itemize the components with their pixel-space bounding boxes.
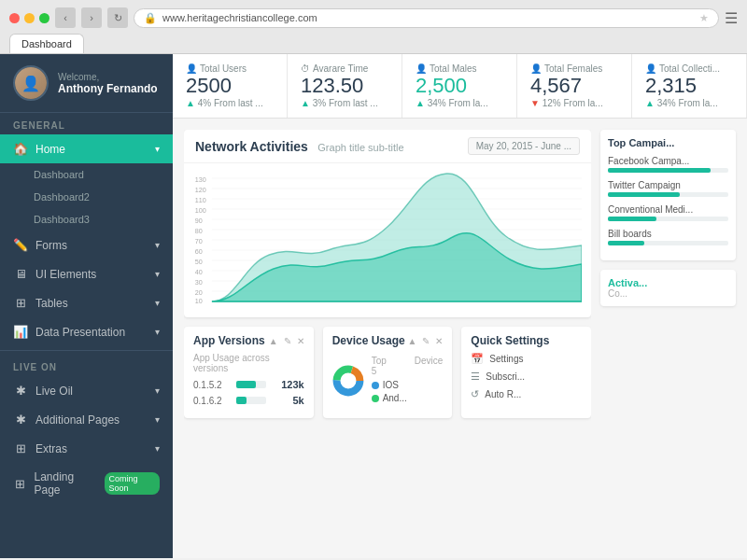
version-bar: [236, 381, 256, 388]
stat-label: 👤 Total Females: [530, 63, 618, 74]
stat-value: 2,500: [416, 76, 503, 96]
stat-total-collections: 👤 Total Collecti... 2,315 ▲ 34% From la.…: [632, 54, 747, 118]
device-col2: Device: [415, 356, 444, 376]
content-left: Network Activities Graph title sub-title…: [184, 130, 591, 547]
date-range-badge[interactable]: May 20, 2015 - June ...: [468, 137, 580, 155]
stat-change: ▲ 4% From last ...: [186, 98, 274, 108]
sidebar-item-label: Live Oil: [35, 385, 73, 398]
pages-icon: ✱: [13, 413, 28, 427]
female-icon: 👤: [530, 63, 542, 74]
sidebar-item-tables[interactable]: ⊞ Tables ▾: [0, 288, 173, 317]
sidebar-item-label: Tables: [35, 297, 68, 310]
pin-icon[interactable]: ✎: [284, 336, 291, 346]
version-label: 0.1.5.2: [193, 380, 231, 390]
stat-label: 👤 Total Collecti...: [645, 63, 733, 74]
campaign-bar: [608, 241, 644, 245]
stat-total-users: 👤 Total Users 2500 ▲ 4% From last ...: [173, 54, 288, 118]
user-name: Anthony Fernando: [58, 82, 158, 95]
campaign-bar-bg: [608, 217, 728, 221]
calendar-icon: 📅: [471, 353, 484, 365]
collection-icon: 👤: [645, 63, 656, 74]
svg-text:60: 60: [195, 247, 203, 256]
setting-row-settings[interactable]: 📅 Settings: [471, 353, 582, 365]
network-activities-card: Network Activities Graph title sub-title…: [184, 130, 591, 317]
refresh-icon: ↺: [471, 388, 479, 400]
setting-row-subscriptions[interactable]: ☰ Subscri...: [471, 371, 582, 383]
back-button[interactable]: ‹: [55, 7, 76, 28]
campaign-bar-bg: [608, 192, 728, 197]
address-text: www.heritagechristiancollege.com: [162, 12, 694, 23]
stat-change: ▼ 12% From la...: [530, 98, 618, 108]
card-action-icons: ▲ ✎ ✕: [407, 336, 443, 346]
up-icon[interactable]: ▲: [407, 336, 416, 346]
quick-settings-header: Quick Settings: [471, 334, 582, 347]
refresh-button[interactable]: ↻: [107, 7, 128, 28]
campaign-bar-bg: [608, 241, 728, 245]
extras-icon: ⊞: [13, 441, 28, 455]
home-icon: 🏠: [13, 142, 28, 156]
sidebar-item-home[interactable]: 🏠 Home ▾: [0, 134, 173, 163]
up-icon[interactable]: ▲: [269, 336, 278, 346]
stat-total-females: 👤 Total Females 4,567 ▼ 12% From la...: [517, 54, 632, 118]
version-value: 5k: [272, 395, 304, 406]
stat-value: 123.50: [301, 76, 388, 96]
chevron-icon: ▾: [155, 240, 160, 250]
card-header: Network Activities Graph title sub-title…: [184, 130, 591, 163]
campaign-bar: [608, 192, 680, 197]
device-name: IOS: [383, 380, 399, 390]
browser-tab[interactable]: Dashboard: [9, 34, 84, 53]
menu-icon[interactable]: ☰: [725, 9, 738, 27]
device-usage-card: Device Usage ▲ ✎ ✕: [323, 327, 453, 418]
sidebar-item-extras[interactable]: ⊞ Extras ▾: [0, 434, 173, 463]
version-bar-bg: [236, 397, 266, 404]
maximize-button[interactable]: [39, 13, 49, 23]
sidebar-item-forms[interactable]: ✏️ Forms ▾: [0, 231, 173, 259]
browser-chrome: ‹ › ↻ 🔒 www.heritagechristiancollege.com…: [0, 0, 747, 54]
close-button[interactable]: [9, 13, 20, 23]
content-right: Top Campai... Facebook Campa... Twitter …: [600, 130, 736, 547]
campaign-bar-bg: [608, 168, 728, 173]
sidebar-item-landing-page[interactable]: ⊞ Landing Page Coming Soon: [0, 463, 173, 504]
setting-row-auto[interactable]: ↺ Auto R...: [471, 388, 582, 400]
sidebar-item-ui-elements[interactable]: 🖥 UI Elements ▾: [0, 259, 173, 288]
bottom-row: App Versions ▲ ✎ ✕ App Usage across vers…: [184, 327, 591, 418]
campaign-item-conventional: Conventional Medi...: [608, 204, 728, 221]
chevron-icon: ▾: [155, 269, 160, 279]
sidebar-item-live-oil[interactable]: ✱ Live Oil ▾: [0, 376, 173, 405]
users-icon: 👤: [186, 63, 197, 74]
close-icon[interactable]: ✕: [297, 336, 304, 346]
minimize-button[interactable]: [24, 13, 35, 23]
sidebar-item-dashboard3[interactable]: Dashboard3: [0, 208, 173, 231]
svg-text:100: 100: [195, 206, 206, 215]
forward-button[interactable]: ›: [81, 7, 102, 28]
avatar: 👤: [13, 65, 49, 101]
content-area: Network Activities Graph title sub-title…: [173, 119, 747, 558]
time-icon: ⏱: [301, 63, 310, 74]
svg-text:70: 70: [195, 237, 203, 245]
stat-label: 👤 Total Males: [416, 63, 503, 74]
sidebar-item-dashboard2[interactable]: Dashboard2: [0, 186, 173, 208]
svg-text:40: 40: [195, 268, 203, 276]
device-dot-ios: [372, 382, 379, 389]
sidebar-item-additional-pages[interactable]: ✱ Additional Pages ▾: [0, 405, 173, 434]
stat-label: ⏱ Avarare Time: [301, 63, 388, 74]
setting-label: Auto R...: [485, 389, 521, 399]
version-value: 123k: [272, 379, 304, 390]
card-action-icons: ▲ ✎ ✕: [269, 336, 304, 346]
quick-settings-title: Quick Settings: [471, 334, 549, 347]
version-row: 0.1.5.2 123k: [193, 379, 304, 390]
close-icon[interactable]: ✕: [435, 336, 443, 346]
sidebar: 👤 Welcome, Anthony Fernando GENERAL 🏠 Ho…: [0, 54, 173, 558]
sidebar-item-label: Landing Page: [35, 470, 97, 497]
stat-value: 2500: [186, 76, 274, 96]
stat-change: ▲ 34% From la...: [645, 98, 733, 108]
avatar-image: 👤: [15, 67, 47, 99]
sidebar-item-data-presentation[interactable]: 📊 Data Presentation ▾: [0, 317, 173, 346]
sidebar-item-label: Extras: [35, 442, 67, 455]
sidebar-item-dashboard[interactable]: Dashboard: [0, 163, 173, 186]
address-bar[interactable]: 🔒 www.heritagechristiancollege.com ★: [134, 8, 719, 28]
pin-icon[interactable]: ✎: [422, 336, 430, 346]
stats-bar: 👤 Total Users 2500 ▲ 4% From last ... ⏱ …: [173, 54, 747, 119]
main-content: 👤 Total Users 2500 ▲ 4% From last ... ⏱ …: [173, 54, 747, 558]
svg-text:120: 120: [195, 186, 206, 194]
